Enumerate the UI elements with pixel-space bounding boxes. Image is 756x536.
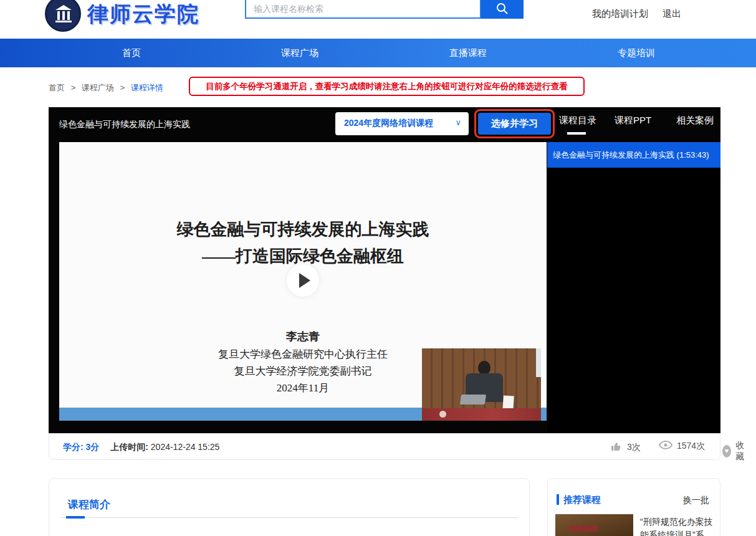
breadcrumb-current: 课程详情 <box>131 83 163 92</box>
course-catalog-panel: 绿色金融与可持续发展的上海实践 (1:53:43) <box>547 140 720 433</box>
video-player-panel: 绿色金融与可持续发展的上海实践 2024年度网络培训课程 ∨ 选修并学习 课程目… <box>49 107 720 433</box>
inset-speaker-head <box>478 361 490 375</box>
my-training-plan-link[interactable]: 我的培训计划 <box>592 8 648 20</box>
heart-icon: ♥ <box>722 445 731 457</box>
player-course-title: 绿色金融与可持续发展的上海实践 <box>59 119 190 130</box>
inset-wall <box>536 348 541 377</box>
views-indicator: 1574次 <box>659 440 705 452</box>
breadcrumb-separator: > <box>120 83 125 92</box>
nav-item-special-training[interactable]: 专题培训 <box>552 39 720 67</box>
eye-icon <box>659 440 672 452</box>
course-search <box>245 0 524 19</box>
year-filter-notice: 目前多个年份学习通道开启，查看学习成绩时请注意右上角的按钮可进行对应年份的筛选进… <box>189 77 585 96</box>
recommended-courses-title: 推荐课程 <box>563 494 601 506</box>
chevron-down-icon: ∨ <box>455 118 461 127</box>
nav-item-course-square[interactable]: 课程广场 <box>216 39 384 67</box>
search-button[interactable] <box>481 0 524 19</box>
logout-link[interactable]: 退出 <box>663 8 681 20</box>
slide-speaker-name: 李志青 <box>59 329 547 344</box>
favorite-control[interactable]: ♥ 收藏 <box>722 440 748 462</box>
course-intro-title: 课程简介 <box>68 497 110 512</box>
video-frame[interactable]: 绿色金融与可持续发展的上海实践 ——打造国际绿色金融枢纽 李志青 复旦大学绿色金… <box>59 142 547 421</box>
main-nav: 首页 课程广场 直播课程 专题培训 <box>0 39 756 67</box>
breadcrumb-separator: > <box>71 83 76 92</box>
recommended-course-thumbnail[interactable]: "刑辩规范化办案技能系统培训月" <box>555 514 633 536</box>
section-accent-bar <box>557 494 559 505</box>
upload-time-label: 上传时间: <box>110 442 148 452</box>
main-nav-items: 首页 课程广场 直播课程 专题培训 <box>47 39 720 67</box>
speaker-video-inset <box>422 348 541 421</box>
breadcrumb-course-square[interactable]: 课程广场 <box>82 83 114 92</box>
recommended-courses-card: 推荐课程 换一批 "刑辩规范化办案技能系统培训月" “刑辩规范化办案技能系统培训… <box>547 478 720 536</box>
enroll-button-highlight: 选修并学习 <box>474 109 555 138</box>
enroll-and-learn-button[interactable]: 选修并学习 <box>478 113 551 135</box>
active-tab-indicator <box>567 132 586 135</box>
thumbnail-badge <box>569 525 598 532</box>
playlist-item-active[interactable]: 绿色金融与可持续发展的上海实践 (1:53:43) <box>547 142 720 168</box>
nav-item-home[interactable]: 首页 <box>47 39 216 67</box>
refresh-batch-link[interactable]: 换一批 <box>683 495 709 506</box>
site-header: 律师云学院 我的培训计划 退出 <box>0 0 756 39</box>
thumbs-up-icon <box>610 440 623 454</box>
recommended-course-title[interactable]: “刑辩规范化办案技能系统培训月”系… <box>640 515 714 536</box>
bar-association-logo-icon <box>45 0 81 32</box>
breadcrumb-home[interactable]: 首页 <box>49 83 65 92</box>
course-meta-bar: 学分: 3分 上传时间: 2024-12-24 15:25 3次 1574次 <box>49 433 720 460</box>
tab-course-catalog[interactable]: 课程目录 <box>559 115 596 127</box>
course-detail-page: 律师云学院 我的培训计划 退出 首页 课程广场 直播课程 专题培训 首页 <box>0 0 756 536</box>
year-select-dropdown[interactable]: 2024年度网络培训课程 ∨ <box>335 112 469 135</box>
site-logo-title: 律师云学院 <box>87 0 199 29</box>
intro-divider <box>60 517 519 518</box>
like-control[interactable]: 3次 <box>610 440 641 454</box>
breadcrumb: 首页 > 课程广场 > 课程详情 <box>49 82 167 93</box>
upload-time-value: 2024-12-24 15:25 <box>151 442 220 452</box>
year-select-value: 2024年度网络培训课程 <box>344 118 433 129</box>
likes-count: 3次 <box>627 442 641 453</box>
search-icon <box>495 2 509 17</box>
credit-label: 学分: <box>63 442 84 452</box>
play-icon <box>299 273 310 288</box>
inset-podium-emblem <box>439 411 446 418</box>
inset-laptop <box>460 395 486 404</box>
play-button[interactable] <box>287 264 319 297</box>
favorite-label: 收藏 <box>735 440 748 462</box>
intro-divider-accent <box>66 516 85 519</box>
slide-title: 绿色金融与可持续发展的上海实践 <box>59 218 547 241</box>
tab-related-cases[interactable]: 相关案例 <box>676 115 714 127</box>
course-intro-card: 课程简介 <box>49 478 530 536</box>
course-meta-left: 学分: 3分 上传时间: 2024-12-24 15:25 <box>63 442 219 453</box>
tab-course-ppt[interactable]: 课程PPT <box>615 115 651 127</box>
credit-value: 3分 <box>86 442 100 452</box>
nav-item-live-courses[interactable]: 直播课程 <box>384 39 552 67</box>
search-input[interactable] <box>245 0 481 19</box>
views-count: 1574次 <box>677 441 705 452</box>
